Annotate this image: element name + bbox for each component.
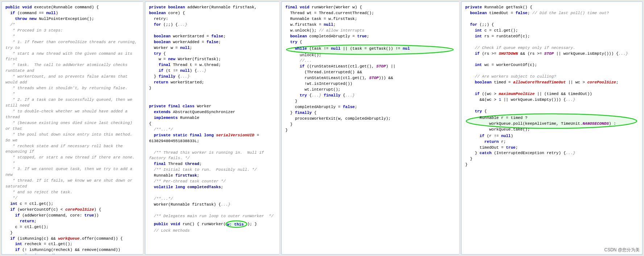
code-poll-take: Runnable r = timed ? workQueue.poll(keep… — [465, 115, 639, 133]
poll-take-container: Runnable r = timed ? workQueue.poll(keep… — [465, 115, 639, 133]
code-gettask-top: private Runnable getTask() { boolean tim… — [465, 5, 639, 115]
code-gettask-bottom: if (r != null) return r; timedOut = true… — [465, 133, 639, 168]
code-run-method: public void run() { runWorker(w: this); … — [149, 220, 276, 228]
panel-runworker: final void runWorker(Worker w) { Thread … — [281, 1, 459, 255]
panel-execute: public void execute(Runnable command) { … — [1, 1, 143, 255]
while-loop-container: while (task != null || (task = getTask()… — [285, 46, 455, 52]
code-runworker: final void runWorker(Worker w) { Thread … — [285, 5, 455, 45]
panel-gettask: private Runnable getTask() { boolean tim… — [461, 1, 643, 255]
code-execute: public void execute(Runnable command) { … — [5, 5, 139, 255]
code-lock-methods: // Lock methods — [149, 228, 276, 234]
panel-addworker: private boolean addWorker(Runnable first… — [145, 1, 279, 255]
code-while-line: while (task != null || (task = getTask()… — [285, 46, 455, 52]
code-addworker: private boolean addWorker(Runnable first… — [149, 5, 276, 91]
watermark: CSDN @您分为美 — [604, 247, 640, 253]
run-method-container: public void run() { runWorker(w: this); … — [149, 220, 276, 234]
code-worker-class: private final class Worker extends Abstr… — [149, 98, 276, 219]
code-runworker-body: unlock(); //... if ((runStateAtLeast(ctl… — [285, 53, 455, 133]
svg-text:w: this: w: this — [227, 222, 244, 227]
main-content: public void execute(Runnable command) { … — [0, 0, 644, 256]
